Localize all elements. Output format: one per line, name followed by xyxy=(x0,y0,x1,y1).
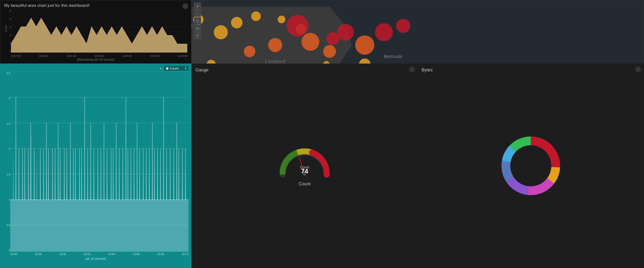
svg-point-137 xyxy=(515,150,547,182)
transform-tool-button[interactable]: ⤢ xyxy=(194,32,201,39)
gauge-chevron[interactable]: ‹ xyxy=(409,66,415,72)
map-controls: + - ⬡ ▭ ⤢ xyxy=(194,3,201,39)
donut-svg xyxy=(502,136,560,195)
area-chart-x-label: @timestamp per 30 seconds xyxy=(4,58,187,62)
area-chart-title: My beautiful area chart just for this da… xyxy=(4,3,187,8)
rectangle-tool-button[interactable]: ▭ xyxy=(194,25,201,32)
svg-point-57 xyxy=(337,24,354,40)
svg-point-51 xyxy=(302,33,319,50)
line-chart-legend-label: Count xyxy=(170,66,178,70)
svg-point-40 xyxy=(251,12,261,21)
gauge-bottom-label: Count xyxy=(299,182,310,186)
svg-point-52 xyxy=(323,45,336,58)
svg-point-60 xyxy=(396,19,410,33)
svg-point-59 xyxy=(375,23,393,41)
line-chart-legend: Count 1 xyxy=(164,66,188,71)
svg-point-38 xyxy=(214,25,228,39)
donut-panel: Bytes ‹ xyxy=(418,64,644,268)
svg-point-39 xyxy=(231,17,242,28)
svg-text:74: 74 xyxy=(301,168,308,175)
area-chart-chevron[interactable]: ‹ xyxy=(182,3,188,9)
zoom-in-button[interactable]: + xyxy=(194,3,201,10)
svg-point-54 xyxy=(268,38,282,52)
line-chart-expand[interactable]: › xyxy=(160,66,161,71)
svg-text:Bermuda: Bermuda xyxy=(384,54,402,59)
svg-point-41 xyxy=(278,16,285,23)
gauge-panel: Gauge ‹ Count 74 Count xyxy=(192,64,418,268)
area-chart-panel: My beautiful area chart just for this da… xyxy=(0,0,192,64)
svg-point-53 xyxy=(244,46,255,57)
donut-chevron[interactable]: ‹ xyxy=(635,66,641,72)
gauge-title: Gauge xyxy=(195,68,208,72)
line-chart-x-label: per 10 seconds xyxy=(3,257,188,260)
y-axis-label: Count xyxy=(4,25,7,32)
svg-point-55 xyxy=(355,36,374,55)
zoom-out-button[interactable]: - xyxy=(194,10,201,17)
polygon-tool-button[interactable]: ⬡ xyxy=(194,17,201,24)
donut-title: Bytes xyxy=(422,68,433,72)
legend-dot xyxy=(166,67,168,70)
svg-point-56 xyxy=(287,15,308,37)
line-chart-panel: › Count 1 3.5 3 2.5 2 1.5 1 0.5 0 xyxy=(0,64,192,268)
gauge-svg: Count 74 xyxy=(278,145,332,180)
line-chart-legend-value: 1 xyxy=(185,66,186,70)
svg-point-58 xyxy=(326,32,339,45)
